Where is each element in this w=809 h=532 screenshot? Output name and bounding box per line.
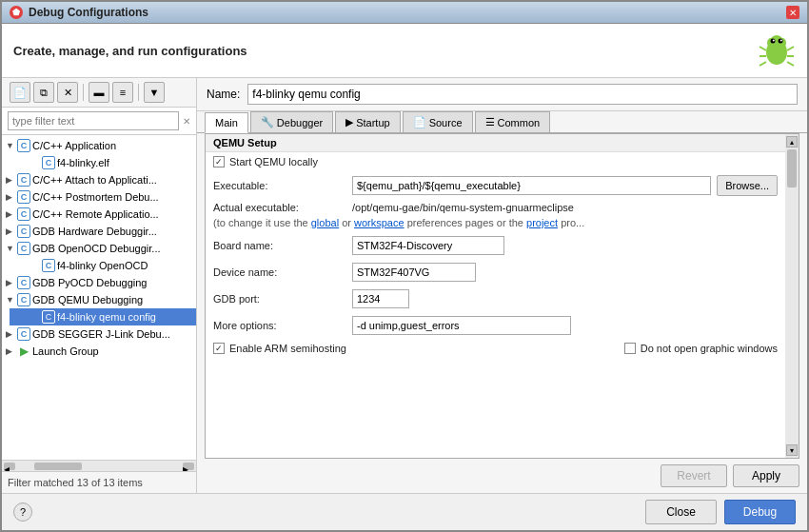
filter-status: Filter matched 13 of 13 items	[8, 477, 143, 488]
filter-button[interactable]: ▼	[144, 82, 165, 103]
sidebar-item-gdb-segger[interactable]: ▶ C GDB SEGGER J-Link Debu...	[2, 325, 196, 343]
sidebar-item-launch-group[interactable]: ▶ ▶ Launch Group	[2, 343, 196, 360]
expand-arrow: ▼	[6, 295, 15, 305]
help-button[interactable]: ?	[13, 502, 32, 522]
title-bar: ⬟ Debug Configurations ✕	[2, 2, 807, 24]
executable-input[interactable]	[352, 176, 711, 195]
hint-middle: preferences pages or the	[407, 217, 523, 228]
sidebar-item-label: GDB OpenOCD Debuggir...	[32, 243, 161, 254]
expand-arrow: ▶	[6, 175, 15, 185]
expand-arrow: ▼	[6, 141, 15, 150]
filter-clear-button[interactable]: ✕	[183, 116, 190, 127]
duplicate-config-button[interactable]: ⧉	[33, 82, 54, 103]
device-name-input[interactable]	[352, 263, 476, 282]
tab-debugger[interactable]: 🔧 Debugger	[250, 111, 333, 132]
sidebar-item-label: f4-blinky OpenOCD	[57, 260, 148, 271]
checkboxes-row: Enable ARM semihosting Do not open graph…	[206, 339, 785, 358]
hint-or: or	[342, 217, 351, 228]
tab-main-label: Main	[215, 117, 238, 128]
close-button[interactable]: Close	[645, 500, 717, 524]
tab-startup-icon: ▶	[345, 116, 353, 128]
sidebar-scrollbar-h[interactable]: ◂ ▸	[2, 460, 196, 471]
openocd-item-icon: C	[42, 259, 55, 272]
sidebar-item-f4-qemu-config[interactable]: C f4-blinky qemu config	[10, 308, 196, 325]
name-row: Name:	[197, 78, 807, 111]
hint-workspace-link[interactable]: workspace	[354, 217, 404, 228]
scroll-left-btn[interactable]: ◂	[4, 463, 15, 470]
sidebar-toolbar: 📄 ⧉ ✕ ▬ ≡ ▼	[2, 78, 196, 108]
sidebar-item-label: GDB QEMU Debugging	[32, 294, 143, 305]
svg-line-11	[787, 47, 794, 50]
sidebar-item-cpp-app[interactable]: ▼ C C/C++ Application	[2, 137, 196, 154]
scroll-down-btn[interactable]: ▾	[786, 444, 798, 456]
tab-main[interactable]: Main	[205, 112, 248, 133]
tab-common[interactable]: ☰ Common	[475, 111, 551, 132]
form-scrollbar-v[interactable]: ▴ ▾	[785, 134, 799, 458]
svg-line-8	[760, 47, 766, 50]
hint-global-link[interactable]: global	[311, 217, 339, 228]
sidebar-item-gdb-pyocd[interactable]: ▶ C GDB PyOCD Debugging	[2, 274, 196, 291]
tab-source[interactable]: 📄 Source	[403, 111, 473, 132]
sidebar-item-cpp-attach[interactable]: ▶ C C/C++ Attach to Applicati...	[2, 171, 196, 188]
revert-button[interactable]: Revert	[661, 464, 727, 487]
gdb-qemu-icon: C	[17, 293, 30, 306]
no-graphic-checkbox[interactable]	[624, 343, 636, 354]
bug-icon	[758, 31, 796, 69]
start-qemu-checkbox[interactable]	[213, 156, 225, 167]
sidebar-item-gdb-qemu[interactable]: ▼ C GDB QEMU Debugging	[2, 291, 196, 308]
expand-arrow: ▶	[6, 192, 15, 202]
elf-icon: C	[42, 156, 55, 169]
scroll-thumb[interactable]	[34, 463, 82, 470]
header: Create, manage, and run configurations	[2, 24, 807, 78]
gdb-segger-icon: C	[17, 327, 30, 341]
close-window-button[interactable]: ✕	[786, 6, 799, 19]
footer-buttons: Close Debug	[645, 500, 796, 524]
sidebar-item-label: Launch Group	[32, 345, 99, 357]
scroll-up-btn[interactable]: ▴	[786, 136, 798, 148]
sidebar-item-cpp-remote[interactable]: ▶ C C/C++ Remote Applicatio...	[2, 206, 196, 223]
delete-config-button[interactable]: ✕	[57, 82, 78, 103]
no-graphic-label: Do not open graphic windows	[641, 343, 778, 354]
board-name-input[interactable]	[352, 236, 504, 255]
cpp-remote-icon: C	[17, 207, 30, 221]
more-options-input[interactable]	[352, 316, 571, 335]
gdb-port-input[interactable]	[352, 289, 409, 308]
new-config-button[interactable]: 📄	[10, 82, 30, 103]
filter-box: ✕	[2, 108, 196, 135]
hint-project-link[interactable]: project	[526, 217, 558, 228]
enable-arm-checkbox[interactable]	[213, 343, 225, 354]
start-qemu-label: Start QEMU locally	[229, 156, 318, 167]
sidebar-item-gdb-openocd[interactable]: ▼ C GDB OpenOCD Debuggir...	[2, 240, 196, 257]
sidebar: 📄 ⧉ ✕ ▬ ≡ ▼ ✕ ▼ C C/C++ Applicat	[2, 78, 197, 493]
sidebar-item-f4-openocd[interactable]: C f4-blinky OpenOCD	[10, 257, 196, 274]
tab-startup[interactable]: ▶ Startup	[335, 111, 400, 132]
enable-arm-group: Enable ARM semihosting	[213, 343, 346, 354]
apply-button[interactable]: Apply	[733, 464, 799, 487]
sidebar-item-gdb-hw[interactable]: ▶ C GDB Hardware Debuggir...	[2, 223, 196, 240]
form-panel: QEMU Setup Start QEMU locally Executable…	[205, 133, 799, 459]
window-title: Debug Configurations	[29, 6, 148, 19]
scroll-right-btn[interactable]: ▸	[183, 463, 194, 470]
tab-startup-label: Startup	[356, 117, 389, 128]
expand-arrow: ▶	[6, 278, 15, 287]
name-label: Name:	[207, 88, 240, 101]
main-area: 📄 ⧉ ✕ ▬ ≡ ▼ ✕ ▼ C C/C++ Applicat	[2, 78, 807, 493]
toolbar-separator	[83, 84, 84, 101]
gdb-openocd-icon: C	[17, 242, 30, 255]
debug-button[interactable]: Debug	[724, 500, 796, 524]
device-name-row: Device name:	[206, 259, 785, 286]
section-qemu: QEMU Setup	[206, 134, 785, 152]
device-name-label: Device name:	[213, 266, 346, 278]
form-inner: QEMU Setup Start QEMU locally Executable…	[206, 134, 785, 458]
expand-all-button[interactable]: ≡	[112, 82, 133, 103]
config-name-input[interactable]	[247, 84, 798, 105]
browse-button[interactable]: Browse...	[717, 175, 778, 196]
cpp-app-icon: C	[17, 139, 30, 152]
scroll-v-thumb[interactable]	[787, 149, 797, 187]
hint-row: (to change it use the global or workspac…	[206, 215, 785, 232]
sidebar-item-cpp-postmortem[interactable]: ▶ C C/C++ Postmortem Debu...	[2, 188, 196, 206]
tabs-row: Main 🔧 Debugger ▶ Startup 📄 Source ☰ Com…	[197, 111, 807, 133]
collapse-all-button[interactable]: ▬	[89, 82, 109, 103]
filter-input[interactable]	[8, 111, 179, 130]
sidebar-item-f4-blinky-elf[interactable]: C f4-blinky.elf	[10, 154, 196, 171]
